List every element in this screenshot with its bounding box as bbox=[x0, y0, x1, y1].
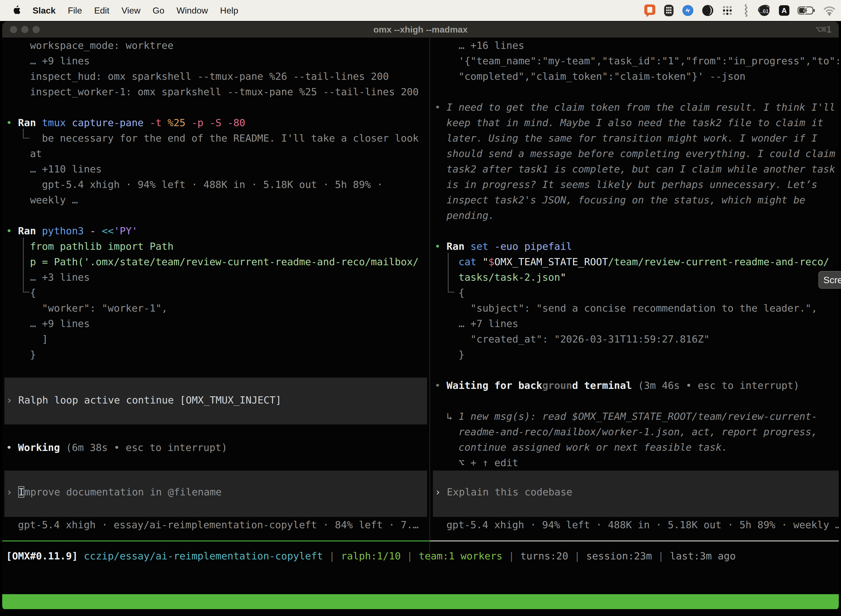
terminal-line: "completed","claim_token":"claim-token"}… bbox=[435, 69, 839, 84]
menu-item-window[interactable]: Window bbox=[177, 6, 208, 16]
terminal-line: … +9 lines bbox=[6, 316, 433, 331]
terminal-line: • Ran tmux capture-pane -t %25 -p -S -80 bbox=[6, 115, 433, 131]
terminal-line: weekly … bbox=[6, 192, 433, 208]
terminal-line: } bbox=[435, 347, 839, 362]
terminal-line: … +9 lines bbox=[6, 53, 433, 69]
sync-badge-icon[interactable] bbox=[681, 4, 694, 17]
terminal-line bbox=[435, 84, 839, 100]
terminal-window: omx --xhigh --madmax ⌥⌘1 workspace_mode:… bbox=[2, 22, 839, 610]
moon-circle-icon[interactable] bbox=[701, 4, 714, 17]
keypad-shield-icon[interactable] bbox=[663, 4, 674, 17]
wifi-icon[interactable] bbox=[823, 5, 836, 16]
terminal-line: be necessary for the end of the README. … bbox=[6, 131, 433, 146]
terminal-line bbox=[435, 362, 839, 378]
terminal-line bbox=[6, 100, 433, 115]
terminal-line: readme-and-reco/mailbox/worker-1.json, a… bbox=[435, 424, 839, 440]
terminal-line: inspect_hud: omx sparkshell --tmux-pane … bbox=[6, 69, 433, 84]
tree-connector bbox=[448, 292, 454, 293]
terminal-line: inspect task2's JSON, focusing on the st… bbox=[435, 192, 839, 208]
terminal-line: later. Using the same for transition mig… bbox=[435, 131, 839, 146]
terminal-line: should send a message before completing … bbox=[435, 146, 839, 161]
terminal-line: … +3 lines bbox=[6, 270, 433, 285]
terminal-line: … +7 lines bbox=[435, 316, 839, 331]
terminal-line: p = Path('.omx/state/team/review-current… bbox=[6, 254, 433, 270]
terminal-line: ↳ 1 new msg(s): read $OMX_TEAM_STATE_ROO… bbox=[435, 409, 839, 424]
tree-connector bbox=[23, 138, 29, 139]
apple-menu[interactable] bbox=[13, 5, 21, 16]
svg-text:..61: ..61 bbox=[760, 8, 769, 14]
dots-grid-icon[interactable] bbox=[721, 4, 733, 16]
terminal-line: workspace_mode: worktree bbox=[6, 38, 433, 53]
left-session-status: gpt-5.4 xhigh · essay/ai-reimplementatio… bbox=[18, 517, 419, 532]
terminal-line: task2 after task1 is complete, but can I… bbox=[435, 161, 839, 177]
terminal-line: "worker": "worker-1", bbox=[6, 301, 433, 316]
menu-item-help[interactable]: Help bbox=[220, 6, 238, 16]
tree-connector bbox=[23, 238, 24, 293]
terminal-line: inspect_worker-1: omx sparkshell --tmux-… bbox=[6, 84, 433, 100]
pane-border-inactive bbox=[430, 540, 839, 541]
menu-item-go[interactable]: Go bbox=[152, 6, 164, 16]
tree-connector bbox=[448, 253, 448, 293]
tree-connector bbox=[23, 129, 24, 139]
terminal-line: { bbox=[435, 285, 839, 301]
terminal-line bbox=[6, 208, 433, 223]
pane-border-active bbox=[2, 540, 430, 541]
terminal-line: ⌥ + ↑ edit bbox=[435, 455, 839, 471]
desktop: Slack File Edit View Go Window Help bbox=[0, 0, 841, 616]
chat-icon[interactable] bbox=[643, 4, 656, 18]
terminal-line: ] bbox=[6, 331, 433, 347]
input-source-icon[interactable]: A bbox=[778, 4, 790, 16]
terminal-line: pending. bbox=[435, 208, 839, 223]
terminal-line: continue assigned work or next feasible … bbox=[435, 440, 839, 455]
terminal-line: is in progress? It seems likely but perh… bbox=[435, 177, 839, 192]
terminal-line: … +110 lines bbox=[6, 161, 433, 177]
badge-61-icon[interactable]: ..61 bbox=[757, 4, 771, 17]
right-session-status: gpt-5.4 xhigh · 94% left · 488K in · 5.1… bbox=[447, 517, 839, 532]
menu-item-view[interactable]: View bbox=[122, 6, 141, 16]
squiggle-icon[interactable] bbox=[741, 4, 750, 18]
terminal-content: workspace_mode: worktree … +9 lines insp… bbox=[2, 22, 839, 610]
terminal-line: } bbox=[6, 347, 433, 362]
svg-text:A: A bbox=[782, 6, 787, 15]
terminal-line: keep that in mind. Maybe I also need the… bbox=[435, 115, 839, 131]
terminal-line: at bbox=[6, 146, 433, 161]
terminal-line: … +16 lines bbox=[435, 38, 839, 53]
tree-connector bbox=[23, 292, 29, 293]
screen-share-chip[interactable]: Scre bbox=[818, 271, 841, 289]
menu-item-app[interactable]: Slack bbox=[32, 6, 56, 16]
left-pane-output: workspace_mode: worktree … +9 lines insp… bbox=[2, 38, 433, 362]
apple-icon bbox=[13, 5, 21, 16]
menu-item-file[interactable]: File bbox=[68, 6, 82, 16]
tmux-session-label: [omx-cczip0:bash* bbox=[6, 609, 107, 610]
terminal-line: '{"team_name":"my-team","task_id":"1","f… bbox=[435, 53, 839, 69]
ralph-loop-banner: › Ralph loop active continue [OMX_TMUX_I… bbox=[4, 378, 427, 424]
menu-status-icons: ..61 A bbox=[643, 0, 836, 21]
terminal-line: • Ran set -euo pipefail bbox=[435, 239, 839, 254]
terminal-line: • I need to get the claim token from the… bbox=[435, 100, 839, 115]
menu-item-edit[interactable]: Edit bbox=[94, 6, 109, 16]
menu-bar: Slack File Edit View Go Window Help bbox=[0, 0, 841, 21]
right-prompt-input[interactable]: › Explain this codebase bbox=[433, 471, 839, 517]
left-prompt-input[interactable]: › Improve documentation in @filename bbox=[4, 471, 427, 517]
terminal-line: tasks/task-2.json" bbox=[435, 270, 839, 285]
terminal-line: from pathlib import Path bbox=[6, 239, 433, 254]
terminal-line bbox=[435, 223, 839, 239]
omx-status-line: [OMX#0.11.9] cczip/essay/ai-reimplementa… bbox=[6, 549, 736, 564]
terminal-line: { bbox=[6, 285, 433, 301]
terminal-line: gpt-5.4 xhigh · 94% left · 488K in · 5.1… bbox=[6, 177, 433, 192]
terminal-line: • Ran python3 - <<'PY' bbox=[6, 223, 433, 239]
tmux-status-bar: [omx-cczip0:bash* "MacBook-Pro-44.local"… bbox=[2, 594, 839, 609]
terminal-line: • Waiting for background terminal (3m 46… bbox=[435, 378, 839, 393]
terminal-line: "subject": "send a concise recommendatio… bbox=[435, 301, 839, 316]
terminal-line bbox=[435, 393, 839, 409]
right-pane-output: … +16 lines '{"team_name":"my-team","tas… bbox=[431, 38, 839, 471]
battery-icon[interactable] bbox=[797, 6, 816, 15]
terminal-line: "created_at": "2026-03-31T11:59:27.816Z" bbox=[435, 331, 839, 347]
terminal-line: cat "$OMX_TEAM_STATE_ROOT/team/review-cu… bbox=[435, 254, 839, 270]
working-status-line: • Working (6m 38s • esc to interrupt) bbox=[6, 440, 227, 455]
